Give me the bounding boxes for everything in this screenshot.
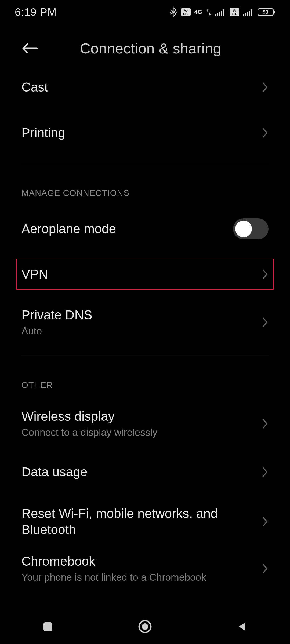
chevron-right-icon: [262, 516, 269, 527]
row-label: VPN: [21, 266, 48, 282]
row-vpn[interactable]: VPN: [16, 259, 274, 290]
status-icons: Vo LTE 4G Vo: [169, 7, 275, 17]
svg-rect-20: [44, 622, 52, 631]
chevron-right-icon: [262, 269, 269, 280]
row-sub: Your phone is not linked to a Chromebook: [21, 571, 206, 584]
row-cast[interactable]: Cast: [21, 64, 269, 110]
row-label: Private DNS: [21, 307, 92, 323]
row-aeroplane-mode[interactable]: Aeroplane mode: [21, 206, 269, 252]
row-label: Reset Wi-Fi, mobile networks, and Blueto…: [21, 506, 231, 538]
section-other: OTHER: [21, 380, 269, 390]
back-arrow-icon[interactable]: [21, 42, 38, 54]
battery-percent-text: 93: [263, 9, 268, 15]
divider: [21, 356, 269, 356]
svg-text:LTE: LTE: [232, 12, 237, 16]
chevron-right-icon: [262, 418, 269, 429]
svg-text:LTE: LTE: [183, 12, 189, 16]
volte-icon-1: Vo LTE: [181, 8, 191, 16]
row-chromebook[interactable]: Chromebook Your phone is not linked to a…: [21, 548, 269, 589]
page-title: Connection & sharing: [57, 40, 269, 57]
row-label: Chromebook: [21, 553, 206, 569]
svg-rect-7: [219, 12, 220, 16]
divider: [21, 164, 269, 164]
toggle-knob: [235, 221, 252, 237]
chevron-right-icon: [262, 467, 269, 477]
row-sub: Connect to a display wirelessly: [21, 426, 157, 439]
row-printing[interactable]: Printing: [21, 110, 269, 156]
svg-rect-8: [221, 11, 222, 16]
status-bar: 6:19 PM Vo LTE 4G: [0, 0, 290, 24]
volte-icon-2: Vo LTE: [230, 8, 239, 16]
row-wireless-display[interactable]: Wireless display Connect to a display wi…: [21, 398, 269, 449]
row-label: Printing: [21, 125, 65, 141]
network-type-label: 4G: [194, 9, 202, 15]
nav-home-icon[interactable]: [138, 619, 152, 634]
chevron-right-icon: [262, 563, 269, 574]
bluetooth-icon: [169, 7, 177, 17]
row-sub: Auto: [21, 325, 92, 338]
svg-point-0: [169, 12, 171, 13]
chevron-right-icon: [262, 127, 269, 138]
svg-rect-16: [249, 11, 250, 16]
section-manage-connections: MANAGE CONNECTIONS: [21, 188, 269, 198]
signal-icon-2: [243, 8, 254, 16]
svg-rect-14: [245, 13, 246, 16]
nav-back-icon[interactable]: [236, 621, 248, 632]
row-private-dns[interactable]: Private DNS Auto: [21, 297, 269, 348]
status-time: 6:19 PM: [15, 6, 57, 18]
svg-rect-5: [215, 14, 216, 16]
fade-mask: [0, 598, 290, 609]
svg-rect-6: [217, 13, 218, 16]
system-nav-bar: [0, 609, 290, 644]
svg-text:Vo: Vo: [233, 9, 236, 12]
settings-header: Connection & sharing: [0, 32, 290, 64]
svg-rect-9: [223, 9, 224, 16]
svg-rect-17: [251, 9, 252, 16]
svg-rect-15: [247, 12, 248, 16]
row-label: Wireless display: [21, 408, 157, 425]
row-reset-networks[interactable]: Reset Wi-Fi, mobile networks, and Blueto…: [21, 495, 269, 548]
data-arrows-icon: [206, 8, 211, 16]
svg-rect-19: [274, 11, 275, 13]
signal-icon-1: [215, 8, 226, 16]
svg-point-1: [176, 12, 177, 13]
chevron-right-icon: [262, 82, 269, 93]
svg-text:Vo: Vo: [184, 9, 188, 12]
row-label: Aeroplane mode: [21, 221, 116, 237]
nav-recent-icon[interactable]: [42, 621, 54, 632]
chevron-right-icon: [262, 317, 269, 328]
aeroplane-mode-toggle[interactable]: [233, 218, 269, 239]
row-label: Data usage: [21, 464, 88, 480]
row-data-usage[interactable]: Data usage: [21, 449, 269, 495]
svg-point-22: [142, 623, 148, 630]
battery-icon: 93: [258, 8, 275, 16]
svg-rect-13: [243, 14, 244, 16]
row-label: Cast: [21, 79, 48, 95]
